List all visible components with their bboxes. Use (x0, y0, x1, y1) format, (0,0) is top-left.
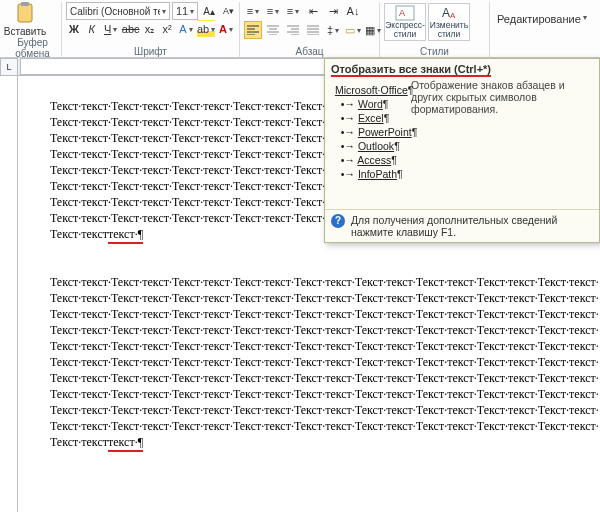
paste-button[interactable]: Вставить (8, 2, 42, 37)
font-name-combo[interactable]: Calibri (Основной текст) ▾ (66, 2, 170, 20)
tooltip-show-hide: Отобразить все знаки (Ctrl+*) Microsoft·… (324, 58, 600, 243)
editing-group-label (494, 46, 582, 57)
tooltip-item: •→ Word¶ (335, 97, 417, 111)
tooltip-app-name: Microsoft·Office (335, 84, 408, 96)
tooltip-item: •→ Outlook¶ (335, 139, 417, 153)
tooltip-item: •→ Excel¶ (335, 111, 417, 125)
justify-icon (307, 25, 319, 35)
italic-button[interactable]: К (84, 20, 100, 38)
chevron-down-icon: ▾ (162, 7, 166, 16)
tooltip-title: Отобразить все знаки (Ctrl+*) (325, 59, 599, 77)
group-font: Calibri (Основной текст) ▾ 11 ▾ A▴ A▾ Ж … (62, 2, 240, 58)
change-styles-label: Изменить стили (429, 21, 469, 39)
info-icon: ? (331, 214, 345, 228)
quick-styles-icon: A (395, 5, 415, 21)
styles-group-label: Стили (384, 46, 485, 57)
font-size-value: 11 (176, 5, 188, 17)
tab-selector-button[interactable]: L (0, 58, 18, 76)
bullets-button[interactable]: ≡▾ (244, 2, 262, 20)
svg-rect-1 (21, 2, 29, 6)
multilevel-button[interactable]: ≡▾ (284, 2, 302, 20)
align-right-icon (287, 25, 299, 35)
decrease-indent-button[interactable]: ⇤ (304, 2, 322, 20)
numbering-button[interactable]: ≡▾ (264, 2, 282, 20)
tooltip-footer-text: Для получения дополнительных сведений на… (351, 214, 593, 238)
clipboard-group-label: Буфер обмена (8, 37, 57, 59)
font-size-combo[interactable]: 11 ▾ (172, 2, 198, 20)
body-paragraph: Текст·текст·Текст·текст·Текст·текст·Текс… (50, 258, 592, 450)
svg-text:A: A (399, 8, 405, 18)
chevron-down-icon: ▾ (583, 13, 587, 22)
tooltip-app-list: Microsoft·Office¶ •→ Word¶ •→ Excel¶ •→ … (335, 83, 417, 181)
bold-button[interactable]: Ж (66, 20, 82, 38)
tooltip-item: •→ Access¶ (335, 153, 417, 167)
group-clipboard: Вставить Буфер обмена (4, 2, 62, 58)
align-right-button[interactable] (284, 21, 302, 39)
svg-text:A: A (450, 11, 456, 20)
ribbon: Вставить Буфер обмена Calibri (Основной … (0, 0, 600, 58)
strike-button[interactable]: abc (122, 20, 140, 38)
change-styles-button[interactable]: AA Изменить стили (428, 3, 470, 41)
increase-indent-button[interactable]: ⇥ (324, 2, 342, 20)
paste-label: Вставить (4, 26, 46, 37)
tooltip-item: •→ InfoPath¶ (335, 167, 417, 181)
align-left-button[interactable] (244, 21, 262, 39)
line-spacing-button[interactable]: ‡▾ (324, 21, 342, 39)
group-editing: Редактирование ▾ (490, 2, 586, 58)
quick-styles-button[interactable]: A Экспресс-стили (384, 3, 426, 41)
svg-rect-0 (18, 4, 32, 22)
grow-font-button[interactable]: A▴ (200, 2, 218, 20)
shrink-font-button[interactable]: A▾ (220, 2, 237, 20)
subscript-button[interactable]: x₂ (142, 20, 158, 38)
tooltip-footer: ? Для получения дополнительных сведений … (325, 209, 599, 242)
group-styles: A Экспресс-стили AA Изменить стили Стили (380, 2, 490, 58)
editing-label: Редактирование (497, 13, 581, 25)
tooltip-item: •→ PowerPoint¶ (335, 125, 417, 139)
editing-button[interactable]: Редактирование ▾ (494, 2, 582, 40)
highlight-button[interactable]: ab▾ (197, 20, 215, 38)
font-group-label: Шрифт (66, 46, 235, 57)
underline-button[interactable]: Ч▾ (102, 20, 120, 38)
align-center-icon (267, 25, 279, 35)
vertical-ruler[interactable] (0, 76, 18, 512)
align-center-button[interactable] (264, 21, 282, 39)
shading-button[interactable]: ▭▾ (344, 21, 362, 39)
quick-styles-label: Экспресс-стили (385, 21, 425, 39)
align-left-icon (247, 25, 259, 35)
svg-text:A: A (442, 6, 450, 20)
justify-button[interactable] (304, 21, 322, 39)
chevron-down-icon: ▾ (190, 7, 194, 16)
change-styles-icon: AA (439, 5, 459, 21)
font-color-button[interactable]: A▾ (217, 20, 235, 38)
group-paragraph: ≡▾ ≡▾ ≡▾ ⇤ ⇥ A↓ ‡▾ ▭▾ ▦▾ ¶ Абзац (240, 2, 380, 58)
paragraph-group-label: Абзац (244, 46, 375, 57)
paste-icon (15, 2, 35, 24)
text-effects-button[interactable]: A▾ (177, 20, 195, 38)
superscript-button[interactable]: x² (159, 20, 175, 38)
sort-button[interactable]: A↓ (344, 2, 362, 20)
font-name-value: Calibri (Основной текст) (70, 6, 160, 17)
